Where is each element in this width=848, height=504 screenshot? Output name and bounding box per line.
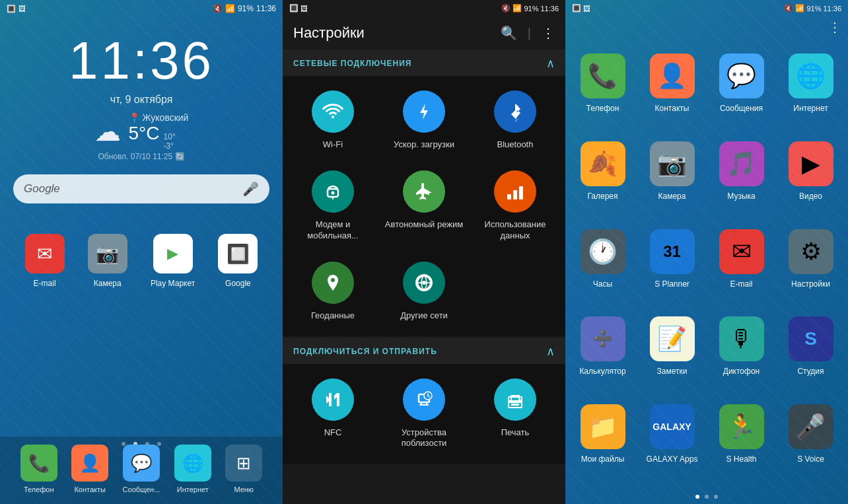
app-shealth[interactable]: 🏃 S Health (707, 396, 776, 484)
settings-bluetooth-icon (494, 90, 536, 133)
music-app-label: Музыка (727, 192, 755, 201)
apps-battery: 91% (806, 5, 821, 13)
app-video[interactable]: ▶ Видео (776, 133, 845, 221)
app-planner[interactable]: 31 S Planner (637, 221, 707, 309)
app-svoice[interactable]: 🎤 S Voice (776, 396, 845, 484)
lock-weather-info: 📍 Жуковский 5°C 10° -3° (129, 112, 189, 151)
settings-other-networks[interactable]: Другие сети (379, 252, 469, 331)
contacts-app-icon: 👤 (650, 54, 695, 98)
app-galaxy[interactable]: GALAXY GALAXY Apps (637, 396, 707, 484)
internet-app-icon: 🌐 (789, 54, 833, 98)
settings-modem[interactable]: Модем и мобильная... (288, 161, 378, 251)
recorder-app-icon: 🎙 (719, 316, 764, 361)
apps-clock: 11:36 (823, 5, 841, 13)
app-clock[interactable]: 🕐 Часы (568, 221, 637, 309)
camera-app-label: Камера (94, 279, 122, 288)
connect-section-header: ПОДКЛЮЧИТЬСЯ И ОТПРАВИТЬ ∧ (283, 338, 565, 364)
app-phone[interactable]: 📞 Телефон (568, 46, 637, 133)
temp-low: -3° (164, 141, 176, 151)
calc-app-icon: ➗ (581, 316, 625, 361)
settings-modem-label: Модем и мобильная... (293, 219, 372, 242)
mute-icon: 🔇 (213, 4, 223, 13)
settings-boost-icon (403, 90, 445, 133)
lock-search-bar[interactable]: Google 🎤 (13, 174, 269, 203)
settings-print[interactable]: Печать (470, 369, 560, 459)
app-studio[interactable]: S Студия (776, 308, 845, 396)
settings-search-icon[interactable]: 🔍 (501, 25, 517, 41)
settings-print-label: Печать (501, 427, 530, 439)
app-contacts[interactable]: 👤 Контакты (637, 46, 707, 133)
settings-bluetooth[interactable]: Bluetooth (470, 81, 560, 160)
planner-app-label: S Planner (654, 279, 689, 289)
app-music[interactable]: 🎵 Музыка (707, 133, 776, 221)
app-email[interactable]: ✉ E-mail (707, 221, 776, 309)
svoice-app-icon: 🎤 (789, 404, 833, 449)
messages-app-label: Сообщения (720, 104, 763, 113)
svg-rect-5 (513, 190, 517, 199)
app-icon-2: 🖼 (18, 5, 26, 13)
bottom-menu[interactable]: ⊞ Меню (225, 445, 262, 493)
settings-location-label: Геоданные (311, 310, 355, 322)
bottom-phone[interactable]: 📞 Телефон (20, 445, 57, 493)
svg-rect-12 (511, 404, 519, 406)
bottom-contacts[interactable]: 👤 Контакты (71, 445, 108, 493)
settings-boost[interactable]: Ускор. загрузки (379, 81, 469, 160)
apps-more-icon[interactable]: ⋮ (828, 19, 841, 35)
settings-data[interactable]: Использование данных (470, 161, 560, 251)
video-app-icon: ▶ (789, 141, 833, 186)
network-grid: Wi-Fi Ускор. загрузки (283, 76, 565, 336)
app-files[interactable]: 📁 Мои файлы (568, 396, 637, 484)
bottom-messages-icon: 💬 (123, 445, 160, 482)
settings-nearby[interactable]: Устройства поблизости (379, 369, 469, 459)
lock-app-play[interactable]: ▶ Play Маркет (151, 234, 195, 288)
lock-app-google[interactable]: 🔲 Google (218, 234, 258, 288)
app-recorder[interactable]: 🎙 Диктофон (707, 308, 776, 396)
network-chevron-icon[interactable]: ∧ (546, 56, 555, 71)
apps-nav-dots (565, 489, 848, 504)
settings-data-icon (494, 170, 536, 213)
settings-nfc[interactable]: NFC (288, 369, 378, 459)
settings-location[interactable]: Геоданные (288, 252, 378, 331)
app-settings[interactable]: ⚙ Настройки (776, 221, 845, 309)
shealth-app-icon: 🏃 (719, 404, 764, 449)
files-app-label: Мои файлы (581, 454, 625, 464)
bottom-messages[interactable]: 💬 Сообщен... (123, 445, 160, 493)
app-internet[interactable]: 🌐 Интернет (776, 46, 845, 133)
lock-temps: 5°C 10° -3° (129, 123, 189, 151)
apps-dot-2 (705, 495, 709, 499)
mic-icon[interactable]: 🎤 (242, 181, 259, 197)
bottom-internet[interactable]: 🌐 Интернет (174, 445, 211, 493)
camera-app-icon: 📷 (88, 234, 127, 273)
phone-app-icon: 📞 (581, 54, 625, 98)
app-calc[interactable]: ➗ Калькулятор (568, 308, 637, 396)
svg-point-2 (332, 191, 335, 194)
lock-time: 11:36 (0, 30, 283, 91)
settings-header: Настройки 🔍 | ⋮ (283, 17, 565, 50)
apps-grid: 📞 Телефон 👤 Контакты 💬 Сообщения 🌐 Интер… (565, 40, 848, 489)
settings-mute-icon: 🔇 (501, 4, 511, 13)
app-icon-1: 🔳 (7, 5, 16, 13)
app-notes[interactable]: 📝 Заметки (637, 308, 707, 396)
app-gallery[interactable]: 🍂 Галерея (568, 133, 637, 221)
lock-app-camera[interactable]: 📷 Камера (88, 234, 127, 288)
settings-wifi-label: Wi-Fi (323, 139, 343, 151)
email-app-label: E-mail (34, 279, 56, 288)
settings-airplane[interactable]: Автономный режим (379, 161, 469, 251)
app-camera[interactable]: 📷 Камера (637, 133, 707, 221)
settings-status-left: 🔳 🖼 (289, 4, 308, 13)
settings-location-icon (312, 262, 354, 304)
connect-grid: NFC Устройства поблизости (283, 364, 565, 464)
settings-wifi-icon: 📶 (512, 4, 522, 13)
settings-more-icon[interactable]: ⋮ (542, 25, 555, 41)
settings-wifi[interactable]: Wi-Fi (288, 81, 378, 160)
app-messages[interactable]: 💬 Сообщения (707, 46, 776, 133)
apps-status-right: 🔇 📶 91% 11:36 (784, 4, 841, 13)
settings-other-label: Другие сети (400, 310, 448, 322)
lock-app-email[interactable]: ✉ E-mail (25, 234, 65, 288)
connect-chevron-icon[interactable]: ∧ (546, 344, 555, 359)
recorder-app-label: Диктофон (723, 367, 760, 376)
notes-app-label: Заметки (657, 367, 688, 376)
clock-status: 11:36 (256, 4, 276, 13)
video-app-label: Видео (799, 192, 822, 201)
wifi-icon-status: 📶 (225, 4, 235, 13)
